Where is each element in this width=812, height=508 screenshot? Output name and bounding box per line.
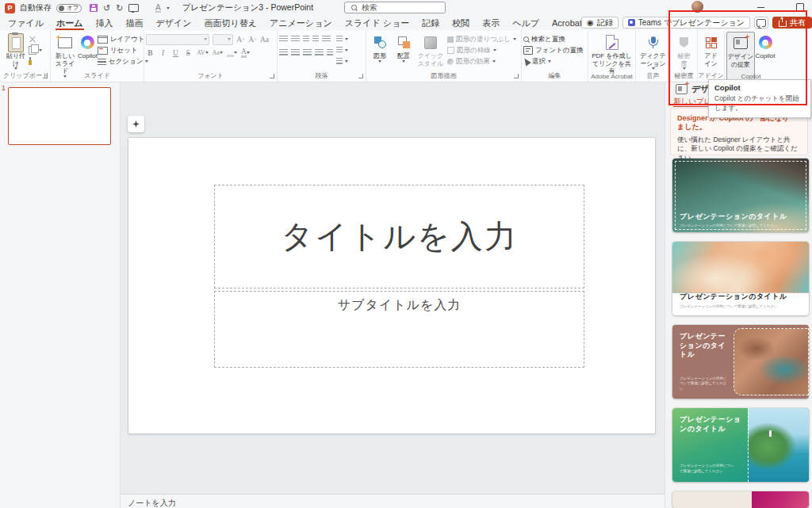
tab-design[interactable]: デザイン xyxy=(150,16,198,30)
shape-effects-button[interactable]: 図形の効果 xyxy=(447,56,516,67)
copilot-icon xyxy=(81,36,94,49)
slide-1-thumbnail[interactable] xyxy=(8,87,111,145)
tab-insert[interactable]: 挿入 xyxy=(90,16,120,30)
reset-button[interactable]: リセット xyxy=(98,45,151,55)
tab-file[interactable]: ファイル xyxy=(2,16,50,30)
drawing-group-label: 図形描画 xyxy=(366,71,521,80)
redo-icon[interactable]: ↻ xyxy=(116,3,123,13)
slide-canvas[interactable]: タイトルを入力 サブタイトルを入力 xyxy=(128,138,655,434)
design-suggestion-2[interactable]: プレゼンテーションのタイトル プレゼンテーションの目的について簡潔に説明してくだ… xyxy=(672,242,809,315)
tab-help[interactable]: ヘルプ xyxy=(506,16,546,30)
undo-icon[interactable]: ↺ xyxy=(103,3,110,13)
designer-sparkle-button[interactable] xyxy=(128,116,144,132)
character-spacing-button[interactable]: AV xyxy=(197,48,209,58)
editing-group-label: 編集 xyxy=(522,71,588,80)
present-in-teams-button[interactable]: Teams でプレゼンテーション xyxy=(622,17,750,29)
toggle-knob-icon xyxy=(59,6,64,11)
format-painter-button[interactable] xyxy=(29,56,42,67)
decrease-indent-icon[interactable] xyxy=(303,36,309,43)
layout-button[interactable]: レイアウト xyxy=(98,34,151,44)
title-placeholder[interactable]: タイトルを入力 xyxy=(214,185,584,288)
search-input[interactable]: 検索 xyxy=(344,2,446,13)
minimize-icon[interactable] xyxy=(757,7,764,8)
grow-font-button[interactable]: A˄ xyxy=(236,34,245,44)
columns-icon[interactable] xyxy=(327,49,333,56)
design-suggestion-1[interactable]: プレゼンテーションのタイトル プレゼンテーションの目的について簡潔に説明してくだ… xyxy=(672,159,809,232)
design-4-title: プレゼンテーションのタイトル xyxy=(680,415,746,434)
user-avatar[interactable] xyxy=(691,1,703,13)
shape-effects-icon xyxy=(447,59,454,65)
design-2-subtitle: プレゼンテーションの目的について簡潔に説明してください xyxy=(680,304,778,308)
shape-outline-button[interactable]: 図形の枠線 xyxy=(447,45,516,55)
change-case-button[interactable]: Aa xyxy=(213,48,223,58)
design-2-title: プレゼンテーションのタイトル xyxy=(680,292,787,302)
text-direction-button[interactable] xyxy=(336,34,348,44)
numbering-icon[interactable] xyxy=(291,36,300,43)
paragraph-dialog-launcher-icon[interactable] xyxy=(358,74,363,78)
bold-button[interactable]: B xyxy=(146,48,155,58)
align-left-icon[interactable] xyxy=(279,49,288,56)
share-button[interactable]: 共有 xyxy=(772,17,812,29)
select-button[interactable]: 選択 xyxy=(523,56,584,67)
comments-button[interactable] xyxy=(754,17,768,29)
tab-review[interactable]: 校閲 xyxy=(446,16,476,30)
subtitle-placeholder[interactable]: サブタイトルを入力 xyxy=(214,291,584,368)
shape-outline-icon xyxy=(447,47,454,54)
clear-formatting-button[interactable]: Aa xyxy=(260,34,269,44)
tab-record[interactable]: 記録 xyxy=(416,16,446,30)
record-button[interactable]: ◉ 記録 xyxy=(581,17,619,29)
align-center-icon[interactable] xyxy=(291,49,300,56)
tooltip-title: Copilot xyxy=(714,83,805,92)
section-button[interactable]: セクション xyxy=(98,56,151,67)
italic-button[interactable]: I xyxy=(159,48,167,58)
shape-fill-button[interactable]: 図形の塗りつぶし xyxy=(447,34,516,44)
align-text-button[interactable] xyxy=(336,45,348,55)
font-color-button[interactable]: A xyxy=(241,48,250,58)
copy-button[interactable] xyxy=(29,45,42,55)
tab-transitions[interactable]: 画面切り替え xyxy=(198,16,264,30)
drawing-dialog-launcher-icon[interactable] xyxy=(514,74,519,78)
replace-fonts-button[interactable]: フォントの置換 xyxy=(523,45,584,55)
quick-access-toolbar: ↺ ↻ P A xyxy=(90,3,170,13)
slideshow-icon[interactable] xyxy=(128,4,139,12)
increase-indent-icon[interactable] xyxy=(312,36,319,43)
find-replace-button[interactable]: 検索と置換 xyxy=(523,34,584,44)
save-icon[interactable] xyxy=(90,4,98,12)
comment-icon xyxy=(756,19,766,27)
tab-view[interactable]: 表示 xyxy=(476,16,506,30)
document-title: プレゼンテーション3 - PowerPoint xyxy=(182,2,313,13)
design-suggestion-4[interactable]: プレゼンテーションのタイトル プレゼンテーションの目的について簡潔に説明してくだ… xyxy=(672,408,809,482)
tab-home[interactable]: ホーム xyxy=(50,16,90,30)
tab-draw[interactable]: 描画 xyxy=(120,16,150,30)
highlight-color-button[interactable] xyxy=(227,48,237,58)
line-spacing-icon[interactable] xyxy=(322,36,331,43)
font-color-qat-icon[interactable]: A xyxy=(155,4,161,13)
tab-animations[interactable]: アニメーション xyxy=(263,16,339,30)
justify-icon[interactable] xyxy=(315,49,324,56)
font-size-combobox[interactable] xyxy=(213,34,233,45)
ribbon-group-drawing: 図形 配置 クイック スタイル 図形の塗りつぶし 図形の枠線 図形の効果 図形描… xyxy=(366,30,522,82)
ribbon-group-paragraph: 段落 xyxy=(278,30,366,82)
tab-slideshow[interactable]: スライド ショー xyxy=(339,16,416,30)
design-1-subtitle: プレゼンテーションの目的について簡潔に説明してください xyxy=(680,223,778,227)
design-suggestion-3[interactable]: プレゼンテーションのタイトル プレゼンテーションの目的について簡潔に説明してくだ… xyxy=(672,325,809,399)
font-group-label: フォント xyxy=(144,71,277,80)
font-name-combobox[interactable] xyxy=(146,34,209,45)
ribbon-group-copilot: デザインの提案 Copilot Copilot xyxy=(725,30,777,82)
restore-window-icon[interactable] xyxy=(796,3,804,11)
notes-pane[interactable]: ノートを入力 xyxy=(121,494,665,508)
shrink-font-button[interactable]: A˅ xyxy=(248,34,257,44)
bullets-icon[interactable] xyxy=(279,36,288,43)
design-suggestion-5[interactable] xyxy=(672,491,809,508)
strikethrough-button[interactable]: S xyxy=(184,48,193,58)
design-4-photo xyxy=(748,408,809,482)
voice-group-label: 音声 xyxy=(636,71,670,80)
customize-qat-icon[interactable] xyxy=(167,7,170,10)
autosave-toggle[interactable]: オフ xyxy=(56,4,82,13)
font-dialog-launcher-icon[interactable] xyxy=(270,74,274,78)
cut-button[interactable] xyxy=(29,34,42,44)
align-right-icon[interactable] xyxy=(303,49,312,56)
underline-button[interactable]: U xyxy=(171,48,180,58)
convert-smartart-button[interactable] xyxy=(336,56,348,67)
clipboard-dialog-launcher-icon[interactable] xyxy=(43,74,48,78)
